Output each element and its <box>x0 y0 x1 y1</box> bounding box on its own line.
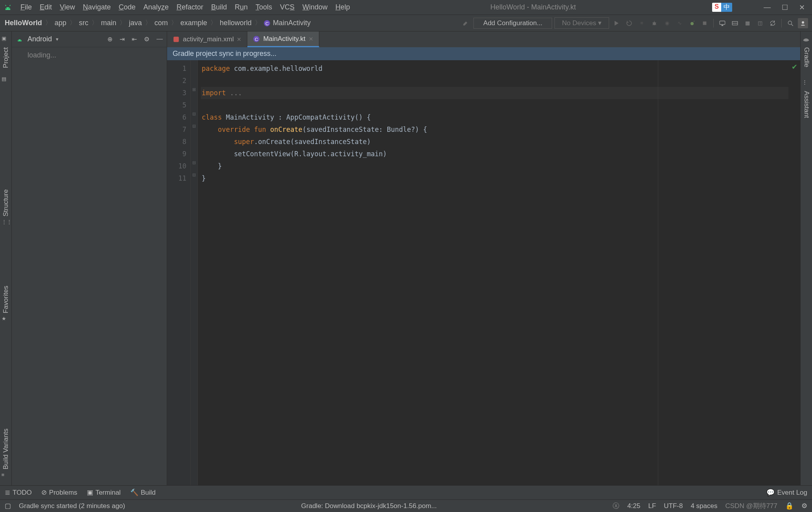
assistant-icon[interactable]: ⋮ <box>802 79 811 88</box>
layout-inspector-icon[interactable]: ◫ <box>755 18 765 28</box>
project-tool-label[interactable]: Project <box>2 47 10 68</box>
star-icon[interactable]: ★ <box>2 316 10 324</box>
file-encoding[interactable]: UTF-8 <box>664 502 683 510</box>
gradle-icon[interactable] <box>802 35 811 44</box>
assistant-tool-label[interactable]: Assistant <box>803 91 810 118</box>
status-cancel-icon[interactable]: ⓧ <box>613 501 619 510</box>
menu-vcs[interactable]: VCS <box>276 3 298 11</box>
apply-code-changes-icon[interactable]: ≡ <box>637 18 647 28</box>
coverage-icon[interactable]: ◉ <box>662 18 672 28</box>
gradle-tool-label[interactable]: Gradle <box>803 47 810 67</box>
code-editor[interactable]: package com.example.helloworld import ..… <box>198 60 788 485</box>
eventlog-tool[interactable]: 💬 Event Log <box>766 488 807 497</box>
crumb-java[interactable]: java <box>128 19 143 27</box>
crumb-app[interactable]: app <box>54 19 67 27</box>
build-tool[interactable]: 🔨 Build <box>130 488 156 497</box>
line-separator[interactable]: LF <box>648 502 656 510</box>
attach-debugger-icon[interactable] <box>687 18 697 28</box>
menu-analyze[interactable]: Analyze <box>140 3 173 11</box>
code-line: class MainActivity : AppCompatActivity()… <box>201 111 788 124</box>
fold-icon[interactable]: ⊞ <box>191 87 197 99</box>
watermark-text: CSDN @期待777 <box>725 501 777 510</box>
menu-build[interactable]: Build <box>207 3 231 11</box>
menu-refactor[interactable]: Refactor <box>173 3 207 11</box>
device-selector-button[interactable]: No Devices <box>554 17 609 29</box>
fold-icon[interactable]: ⊟ <box>191 124 197 136</box>
crumb-project[interactable]: HelloWorld <box>4 19 43 27</box>
svg-point-4 <box>653 22 656 25</box>
buildvariants-tool-icon[interactable]: ≡ <box>2 472 10 481</box>
collapse-icon[interactable]: ⇥ <box>120 35 125 43</box>
add-configuration-button[interactable]: Add Configuration... <box>473 18 552 29</box>
debug-icon[interactable] <box>649 18 659 28</box>
menu-code[interactable]: Code <box>115 3 140 11</box>
crumb-file[interactable]: MainActivity <box>272 19 311 27</box>
crumb-com[interactable]: com <box>154 19 169 27</box>
resource-manager-icon[interactable]: ▦ <box>742 18 753 28</box>
tab-activity-main-xml[interactable]: activity_main.xml ✕ <box>167 31 247 47</box>
tab-mainactivity-kt[interactable]: C MainActivity.kt ✕ <box>247 31 319 47</box>
fold-icon[interactable]: ⊟ <box>191 111 197 124</box>
code-line: override fun onCreate(savedInstanceState… <box>201 124 788 136</box>
menu-file[interactable]: File <box>17 3 36 11</box>
lock-icon[interactable]: 🔒 <box>785 502 794 510</box>
menu-view[interactable]: View <box>56 3 79 11</box>
build-hammer-icon[interactable] <box>461 18 471 28</box>
structure-tool-icon[interactable]: ⋮⋮ <box>2 219 10 227</box>
tab-close-icon[interactable]: ✕ <box>309 36 313 42</box>
profiler-icon[interactable]: ∿ <box>674 18 685 28</box>
apply-changes-icon[interactable] <box>624 18 634 28</box>
fold-end-icon[interactable]: ⊟ <box>191 160 197 172</box>
project-scope-selector[interactable]: Android <box>28 35 52 43</box>
gear-icon[interactable]: ⚙ <box>144 35 149 43</box>
project-tool-icon[interactable]: ▣ <box>2 35 10 44</box>
maximize-button[interactable]: ☐ <box>782 3 788 12</box>
right-tool-gutter: Gradle ⋮ Assistant <box>800 31 812 485</box>
toolwindow-toggle-icon[interactable]: ▢ <box>5 502 11 510</box>
inspection-ok-icon[interactable]: ✔ <box>788 60 800 74</box>
minimize-button[interactable]: — <box>764 3 771 12</box>
hide-panel-icon[interactable]: — <box>157 35 163 43</box>
terminal-tool[interactable]: ▣ Terminal <box>87 488 121 497</box>
close-button[interactable]: ✕ <box>799 3 805 12</box>
menubar: File Edit View Navigate Code Analyze Ref… <box>0 0 812 15</box>
todo-tool[interactable]: ≣ TODO <box>5 488 32 497</box>
target-icon[interactable]: ⊕ <box>107 35 112 43</box>
caret-position[interactable]: 4:25 <box>627 502 640 510</box>
sync-gradle-icon[interactable] <box>768 18 778 28</box>
menu-navigate[interactable]: Navigate <box>79 3 115 11</box>
buildvariants-tool-label[interactable]: Build Variants <box>2 429 10 469</box>
editor-tabs: activity_main.xml ✕ C MainActivity.kt ✕ <box>167 31 800 47</box>
ime-indicator[interactable]: S 中 <box>712 3 732 12</box>
sdk-manager-icon[interactable] <box>730 18 740 28</box>
stop-icon[interactable] <box>700 18 710 28</box>
menu-help[interactable]: Help <box>331 3 354 11</box>
svg-rect-6 <box>703 21 707 25</box>
structure-tool-label[interactable]: Structure <box>2 189 10 216</box>
fold-end-icon[interactable]: ⊟ <box>191 172 197 185</box>
crumb-helloworld[interactable]: helloworld <box>219 19 252 27</box>
user-icon[interactable] <box>798 18 808 28</box>
search-everywhere-icon[interactable] <box>785 18 795 28</box>
resource-tool-icon[interactable]: ▤ <box>2 76 10 85</box>
menu-tools[interactable]: Tools <box>252 3 276 11</box>
avd-manager-icon[interactable] <box>717 18 727 28</box>
memory-indicator-icon[interactable]: ⚙ <box>801 502 807 510</box>
crumb-main[interactable]: main <box>100 19 117 27</box>
menu-window[interactable]: Window <box>298 3 331 11</box>
code-row: 1 2 3 5 6 7 8 9 10 11 ⊞ ⊟ ⊟ ⊟ ⊟ <box>167 60 800 485</box>
chevron-down-icon[interactable]: ▾ <box>56 36 59 42</box>
crumb-src[interactable]: src <box>78 19 89 27</box>
menu-edit[interactable]: Edit <box>36 3 56 11</box>
menu-run[interactable]: Run <box>231 3 252 11</box>
tab-close-icon[interactable]: ✕ <box>237 36 241 43</box>
xml-file-icon <box>173 36 180 43</box>
favorites-tool-label[interactable]: Favorites <box>2 286 10 313</box>
crumb-example[interactable]: example <box>180 19 208 27</box>
expand-icon[interactable]: ⇤ <box>132 35 137 43</box>
svg-text:C: C <box>265 21 269 26</box>
indent-setting[interactable]: 4 spaces <box>690 502 717 510</box>
line-number-gutter: 1 2 3 5 6 7 8 9 10 11 <box>167 60 191 485</box>
problems-tool[interactable]: ⊘ Problems <box>41 488 77 497</box>
run-icon[interactable] <box>611 18 622 28</box>
